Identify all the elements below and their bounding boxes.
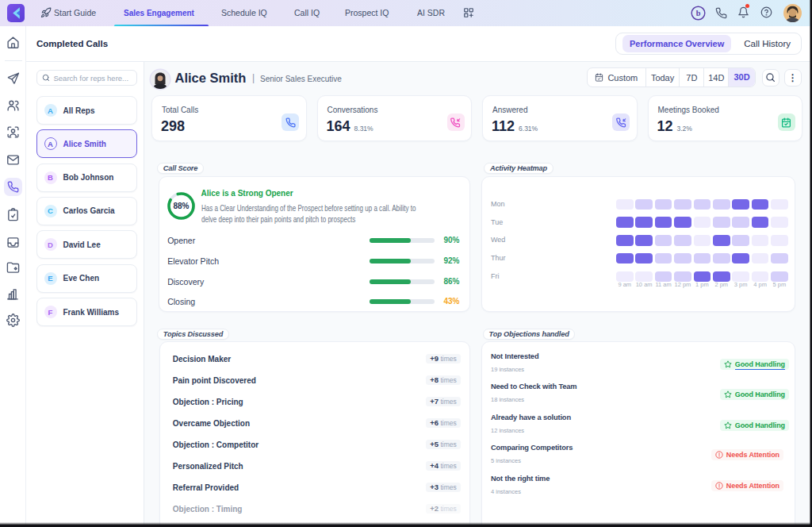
svg-text:88%: 88% (173, 202, 189, 210)
svg-text:b: b (696, 9, 701, 17)
